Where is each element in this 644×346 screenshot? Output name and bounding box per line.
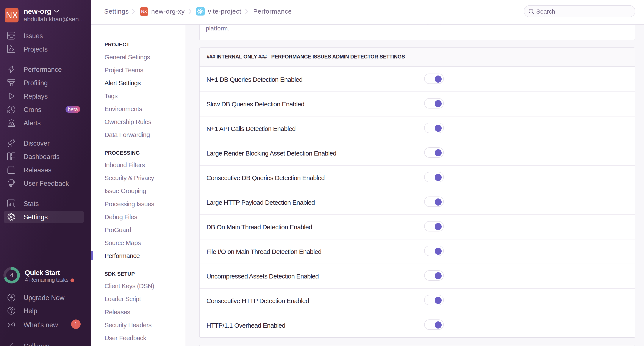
svg-text:4: 4 [10,272,13,279]
